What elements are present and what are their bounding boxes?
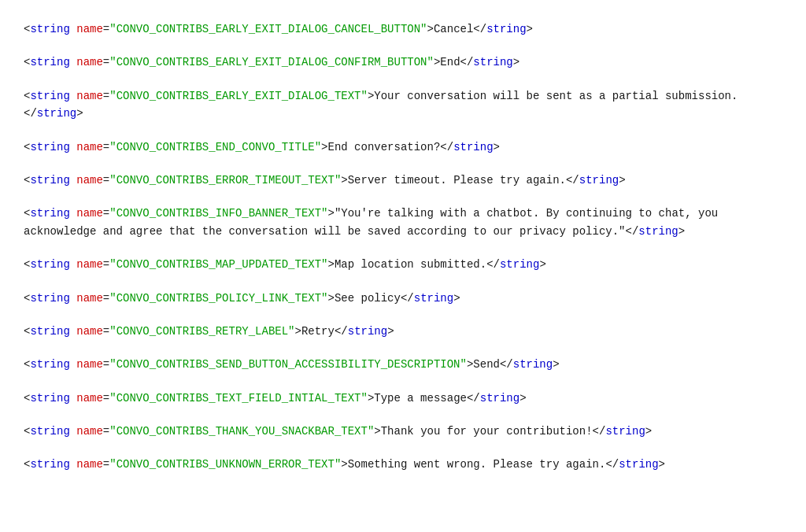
closing-tag-close: >: [619, 174, 625, 187]
closing-tag-close: >: [453, 292, 460, 305]
equals: =: [103, 292, 109, 305]
attr-value: "CONVO_CONTRIBS_ERROR_TIMEOUT_TEXT": [109, 174, 341, 187]
attr-name: name: [76, 325, 103, 338]
close-bracket: >: [328, 207, 335, 220]
attr-name: name: [76, 425, 103, 438]
code-line: <string name="CONVO_CONTRIBS_INFO_BANNER…: [24, 200, 782, 245]
closing-tag-name: string: [37, 107, 76, 120]
xml-code-block: <string name="CONVO_CONTRIBS_EARLY_EXIT_…: [24, 16, 782, 485]
attr-name: name: [76, 458, 103, 471]
tag-name: string: [30, 325, 69, 338]
xml-entry: <string name="CONVO_CONTRIBS_UNKNOWN_ERR…: [24, 451, 782, 478]
closing-tag-name: string: [414, 292, 453, 305]
closing-tag-close: >: [553, 358, 559, 371]
closing-tag-name: string: [638, 225, 678, 238]
attr-name: name: [76, 23, 103, 35]
xml-entry: <string name="CONVO_CONTRIBS_END_CONVO_T…: [24, 134, 782, 161]
code-line: <string name="CONVO_CONTRIBS_ERROR_TIMEO…: [24, 167, 782, 194]
closing-tag-open: </: [401, 292, 414, 305]
attr-value: "CONVO_CONTRIBS_THANK_YOU_SNACKBAR_TEXT": [109, 425, 374, 438]
closing-tag-open: </: [460, 56, 474, 68]
closing-tag-close: >: [76, 107, 83, 120]
equals: =: [103, 325, 109, 338]
code-line: <string name="CONVO_CONTRIBS_EARLY_EXIT_…: [24, 16, 782, 42]
closing-tag-name: string: [605, 425, 645, 438]
close-bracket: >: [341, 174, 347, 187]
string-value: End: [440, 56, 460, 68]
attr-name: name: [76, 358, 103, 371]
closing-tag-open: </: [626, 225, 639, 238]
closing-tag-open: </: [440, 141, 453, 153]
xml-entry: <string name="CONVO_CONTRIBS_THANK_YOU_S…: [24, 418, 782, 445]
attr-value: "CONVO_CONTRIBS_INFO_BANNER_TEXT": [109, 207, 327, 220]
equals: =: [103, 23, 109, 35]
attr-value: "CONVO_CONTRIBS_RETRY_LABEL": [109, 325, 294, 338]
closing-tag-open: </: [473, 23, 486, 35]
close-bracket: >: [427, 23, 434, 35]
code-line: <string name="CONVO_CONTRIBS_POLICY_LINK…: [24, 285, 782, 312]
equals: =: [103, 425, 109, 438]
tag-name: string: [30, 90, 69, 102]
code-line: <string name="CONVO_CONTRIBS_THANK_YOU_S…: [24, 418, 782, 445]
xml-entry: <string name="CONVO_CONTRIBS_MAP_UPDATED…: [24, 251, 782, 278]
closing-tag-close: >: [539, 258, 545, 271]
attr-value: "CONVO_CONTRIBS_EARLY_EXIT_DIALOG_CANCEL…: [109, 23, 427, 35]
string-value: Thank you for your contribution!: [381, 425, 593, 438]
tag-name: string: [30, 292, 69, 305]
equals: =: [103, 174, 109, 187]
string-value: Your conversation will be sent as a part…: [374, 90, 738, 102]
closing-tag-open: </: [605, 458, 619, 471]
xml-entry: <string name="CONVO_CONTRIBS_POLICY_LINK…: [24, 285, 782, 312]
code-line: <string name="CONVO_CONTRIBS_TEXT_FIELD_…: [24, 385, 782, 412]
string-value: Type a message: [374, 392, 467, 405]
closing-tag-close: >: [513, 56, 519, 68]
closing-tag-close: >: [659, 458, 665, 471]
close-bracket: >: [321, 141, 327, 153]
attr-value: "CONVO_CONTRIBS_END_CONVO_TITLE": [109, 141, 321, 153]
closing-tag-name: string: [486, 23, 526, 35]
equals: =: [103, 258, 109, 271]
code-line: <string name="CONVO_CONTRIBS_RETRY_LABEL…: [24, 318, 782, 345]
attr-value: "CONVO_CONTRIBS_EARLY_EXIT_DIALOG_TEXT": [109, 90, 368, 102]
string-value: Cancel: [434, 23, 473, 35]
code-line: <string name="CONVO_CONTRIBS_MAP_UPDATED…: [24, 251, 782, 278]
xml-entry: <string name="CONVO_CONTRIBS_SEND_BUTTON…: [24, 351, 782, 378]
closing-tag-open: </: [566, 174, 579, 187]
tag-name: string: [30, 425, 69, 438]
tag-name: string: [30, 258, 69, 271]
closing-tag-close: >: [527, 23, 533, 35]
xml-entry: <string name="CONVO_CONTRIBS_EARLY_EXIT_…: [24, 16, 782, 42]
tag-name: string: [30, 392, 69, 405]
close-bracket: >: [295, 325, 301, 338]
attr-name: name: [76, 56, 103, 68]
string-value: Retry: [301, 325, 335, 338]
xml-entry: <string name="CONVO_CONTRIBS_INFO_BANNER…: [24, 200, 782, 245]
closing-tag-close: >: [519, 392, 526, 405]
string-value: Something went wrong. Please try again.: [348, 458, 606, 471]
closing-tag-open: </: [500, 358, 513, 371]
equals: =: [103, 90, 109, 102]
attr-value: "CONVO_CONTRIBS_EARLY_EXIT_DIALOG_CONFIR…: [109, 56, 434, 68]
closing-tag-close: >: [494, 141, 500, 153]
code-line: <string name="CONVO_CONTRIBS_UNKNOWN_ERR…: [24, 451, 782, 478]
tag-name: string: [30, 56, 69, 68]
closing-tag-open: </: [467, 392, 480, 405]
equals: =: [103, 358, 109, 371]
closing-tag-name: string: [473, 56, 512, 68]
attr-name: name: [76, 258, 103, 271]
close-bracket: >: [328, 292, 335, 305]
attr-value: "CONVO_CONTRIBS_SEND_BUTTON_ACCESSIBILIT…: [109, 358, 467, 371]
tag-name: string: [30, 458, 69, 471]
tag-name: string: [30, 174, 69, 187]
equals: =: [103, 56, 109, 68]
closing-tag-name: string: [500, 258, 539, 271]
closing-tag-open: </: [486, 258, 500, 271]
closing-tag-close: >: [645, 425, 652, 438]
attr-value: "CONVO_CONTRIBS_UNKNOWN_ERROR_TEXT": [109, 458, 341, 471]
attr-name: name: [76, 292, 103, 305]
attr-value: "CONVO_CONTRIBS_TEXT_FIELD_INTIAL_TEXT": [109, 392, 368, 405]
tag-name: string: [30, 23, 69, 35]
string-value: See policy: [335, 292, 401, 305]
equals: =: [103, 458, 109, 471]
attr-value: "CONVO_CONTRIBS_POLICY_LINK_TEXT": [109, 292, 327, 305]
